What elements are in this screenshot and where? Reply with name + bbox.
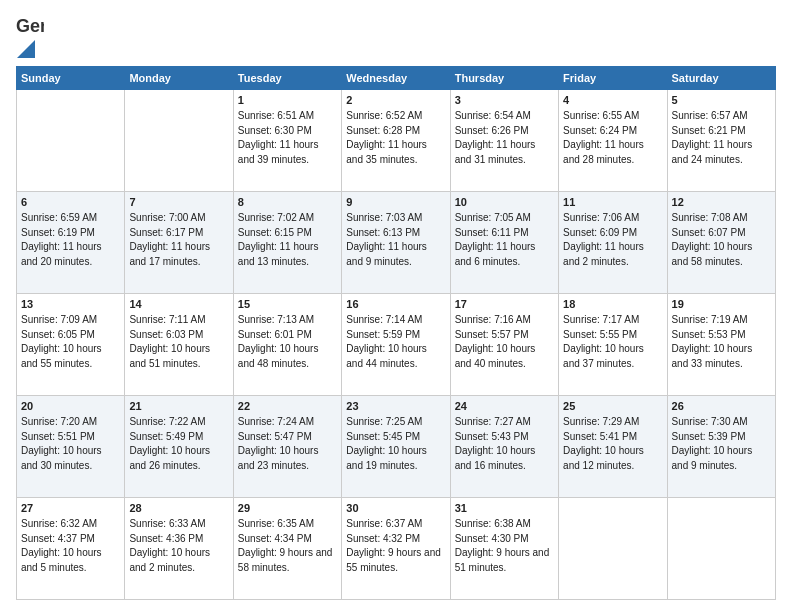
day-info: Sunrise: 6:59 AMSunset: 6:19 PMDaylight:… — [21, 211, 120, 269]
day-info: Sunrise: 6:54 AMSunset: 6:26 PMDaylight:… — [455, 109, 554, 167]
page: General SundayMondayTuesdayWednesdayThur… — [0, 0, 792, 612]
week-row-1: 1Sunrise: 6:51 AMSunset: 6:30 PMDaylight… — [17, 90, 776, 192]
day-number: 10 — [455, 195, 554, 210]
day-cell: 15Sunrise: 7:13 AMSunset: 6:01 PMDayligh… — [233, 294, 341, 396]
day-cell — [559, 498, 667, 600]
day-cell: 20Sunrise: 7:20 AMSunset: 5:51 PMDayligh… — [17, 396, 125, 498]
day-cell: 3Sunrise: 6:54 AMSunset: 6:26 PMDaylight… — [450, 90, 558, 192]
week-row-2: 6Sunrise: 6:59 AMSunset: 6:19 PMDaylight… — [17, 192, 776, 294]
weekday-header-tuesday: Tuesday — [233, 67, 341, 90]
header: General — [16, 12, 776, 58]
day-cell: 5Sunrise: 6:57 AMSunset: 6:21 PMDaylight… — [667, 90, 775, 192]
day-info: Sunrise: 7:06 AMSunset: 6:09 PMDaylight:… — [563, 211, 662, 269]
day-info: Sunrise: 7:17 AMSunset: 5:55 PMDaylight:… — [563, 313, 662, 371]
day-info: Sunrise: 7:05 AMSunset: 6:11 PMDaylight:… — [455, 211, 554, 269]
day-info: Sunrise: 7:08 AMSunset: 6:07 PMDaylight:… — [672, 211, 771, 269]
day-info: Sunrise: 7:24 AMSunset: 5:47 PMDaylight:… — [238, 415, 337, 473]
day-cell — [667, 498, 775, 600]
day-cell: 1Sunrise: 6:51 AMSunset: 6:30 PMDaylight… — [233, 90, 341, 192]
weekday-header-sunday: Sunday — [17, 67, 125, 90]
day-number: 20 — [21, 399, 120, 414]
day-number: 26 — [672, 399, 771, 414]
day-info: Sunrise: 6:51 AMSunset: 6:30 PMDaylight:… — [238, 109, 337, 167]
day-info: Sunrise: 6:38 AMSunset: 4:30 PMDaylight:… — [455, 517, 554, 575]
day-number: 2 — [346, 93, 445, 108]
day-number: 13 — [21, 297, 120, 312]
day-number: 17 — [455, 297, 554, 312]
calendar-body: 1Sunrise: 6:51 AMSunset: 6:30 PMDaylight… — [17, 90, 776, 600]
day-cell: 27Sunrise: 6:32 AMSunset: 4:37 PMDayligh… — [17, 498, 125, 600]
day-info: Sunrise: 7:00 AMSunset: 6:17 PMDaylight:… — [129, 211, 228, 269]
day-number: 25 — [563, 399, 662, 414]
day-number: 30 — [346, 501, 445, 516]
day-cell: 9Sunrise: 7:03 AMSunset: 6:13 PMDaylight… — [342, 192, 450, 294]
day-cell: 18Sunrise: 7:17 AMSunset: 5:55 PMDayligh… — [559, 294, 667, 396]
day-info: Sunrise: 6:32 AMSunset: 4:37 PMDaylight:… — [21, 517, 120, 575]
day-number: 29 — [238, 501, 337, 516]
svg-text:General: General — [16, 16, 44, 36]
day-info: Sunrise: 7:09 AMSunset: 6:05 PMDaylight:… — [21, 313, 120, 371]
weekday-row: SundayMondayTuesdayWednesdayThursdayFrid… — [17, 67, 776, 90]
day-number: 9 — [346, 195, 445, 210]
day-cell: 6Sunrise: 6:59 AMSunset: 6:19 PMDaylight… — [17, 192, 125, 294]
weekday-header-monday: Monday — [125, 67, 233, 90]
day-number: 12 — [672, 195, 771, 210]
day-number: 14 — [129, 297, 228, 312]
day-info: Sunrise: 7:29 AMSunset: 5:41 PMDaylight:… — [563, 415, 662, 473]
weekday-header-friday: Friday — [559, 67, 667, 90]
day-number: 5 — [672, 93, 771, 108]
weekday-header-wednesday: Wednesday — [342, 67, 450, 90]
day-info: Sunrise: 6:33 AMSunset: 4:36 PMDaylight:… — [129, 517, 228, 575]
day-number: 23 — [346, 399, 445, 414]
day-cell: 13Sunrise: 7:09 AMSunset: 6:05 PMDayligh… — [17, 294, 125, 396]
day-cell: 21Sunrise: 7:22 AMSunset: 5:49 PMDayligh… — [125, 396, 233, 498]
day-cell: 4Sunrise: 6:55 AMSunset: 6:24 PMDaylight… — [559, 90, 667, 192]
day-info: Sunrise: 7:14 AMSunset: 5:59 PMDaylight:… — [346, 313, 445, 371]
day-cell: 22Sunrise: 7:24 AMSunset: 5:47 PMDayligh… — [233, 396, 341, 498]
day-info: Sunrise: 6:52 AMSunset: 6:28 PMDaylight:… — [346, 109, 445, 167]
day-cell: 11Sunrise: 7:06 AMSunset: 6:09 PMDayligh… — [559, 192, 667, 294]
day-info: Sunrise: 7:03 AMSunset: 6:13 PMDaylight:… — [346, 211, 445, 269]
day-info: Sunrise: 7:02 AMSunset: 6:15 PMDaylight:… — [238, 211, 337, 269]
day-cell: 2Sunrise: 6:52 AMSunset: 6:28 PMDaylight… — [342, 90, 450, 192]
day-cell — [17, 90, 125, 192]
day-number: 21 — [129, 399, 228, 414]
week-row-3: 13Sunrise: 7:09 AMSunset: 6:05 PMDayligh… — [17, 294, 776, 396]
logo: General — [16, 12, 44, 58]
day-number: 24 — [455, 399, 554, 414]
svg-marker-1 — [17, 40, 35, 58]
day-cell: 23Sunrise: 7:25 AMSunset: 5:45 PMDayligh… — [342, 396, 450, 498]
day-number: 4 — [563, 93, 662, 108]
day-cell: 19Sunrise: 7:19 AMSunset: 5:53 PMDayligh… — [667, 294, 775, 396]
week-row-4: 20Sunrise: 7:20 AMSunset: 5:51 PMDayligh… — [17, 396, 776, 498]
calendar: SundayMondayTuesdayWednesdayThursdayFrid… — [16, 66, 776, 600]
day-cell: 10Sunrise: 7:05 AMSunset: 6:11 PMDayligh… — [450, 192, 558, 294]
day-cell: 14Sunrise: 7:11 AMSunset: 6:03 PMDayligh… — [125, 294, 233, 396]
day-cell: 24Sunrise: 7:27 AMSunset: 5:43 PMDayligh… — [450, 396, 558, 498]
day-cell: 17Sunrise: 7:16 AMSunset: 5:57 PMDayligh… — [450, 294, 558, 396]
day-cell: 12Sunrise: 7:08 AMSunset: 6:07 PMDayligh… — [667, 192, 775, 294]
day-info: Sunrise: 7:11 AMSunset: 6:03 PMDaylight:… — [129, 313, 228, 371]
day-number: 16 — [346, 297, 445, 312]
day-number: 6 — [21, 195, 120, 210]
logo-icon: General — [16, 12, 44, 40]
week-row-5: 27Sunrise: 6:32 AMSunset: 4:37 PMDayligh… — [17, 498, 776, 600]
day-cell: 26Sunrise: 7:30 AMSunset: 5:39 PMDayligh… — [667, 396, 775, 498]
day-cell: 31Sunrise: 6:38 AMSunset: 4:30 PMDayligh… — [450, 498, 558, 600]
day-cell: 29Sunrise: 6:35 AMSunset: 4:34 PMDayligh… — [233, 498, 341, 600]
day-info: Sunrise: 7:13 AMSunset: 6:01 PMDaylight:… — [238, 313, 337, 371]
weekday-header-saturday: Saturday — [667, 67, 775, 90]
day-number: 3 — [455, 93, 554, 108]
day-info: Sunrise: 7:22 AMSunset: 5:49 PMDaylight:… — [129, 415, 228, 473]
day-number: 31 — [455, 501, 554, 516]
calendar-header: SundayMondayTuesdayWednesdayThursdayFrid… — [17, 67, 776, 90]
day-info: Sunrise: 7:20 AMSunset: 5:51 PMDaylight:… — [21, 415, 120, 473]
day-info: Sunrise: 6:55 AMSunset: 6:24 PMDaylight:… — [563, 109, 662, 167]
day-info: Sunrise: 7:25 AMSunset: 5:45 PMDaylight:… — [346, 415, 445, 473]
day-number: 15 — [238, 297, 337, 312]
day-info: Sunrise: 6:57 AMSunset: 6:21 PMDaylight:… — [672, 109, 771, 167]
day-number: 11 — [563, 195, 662, 210]
day-cell: 8Sunrise: 7:02 AMSunset: 6:15 PMDaylight… — [233, 192, 341, 294]
day-info: Sunrise: 7:19 AMSunset: 5:53 PMDaylight:… — [672, 313, 771, 371]
day-info: Sunrise: 6:35 AMSunset: 4:34 PMDaylight:… — [238, 517, 337, 575]
